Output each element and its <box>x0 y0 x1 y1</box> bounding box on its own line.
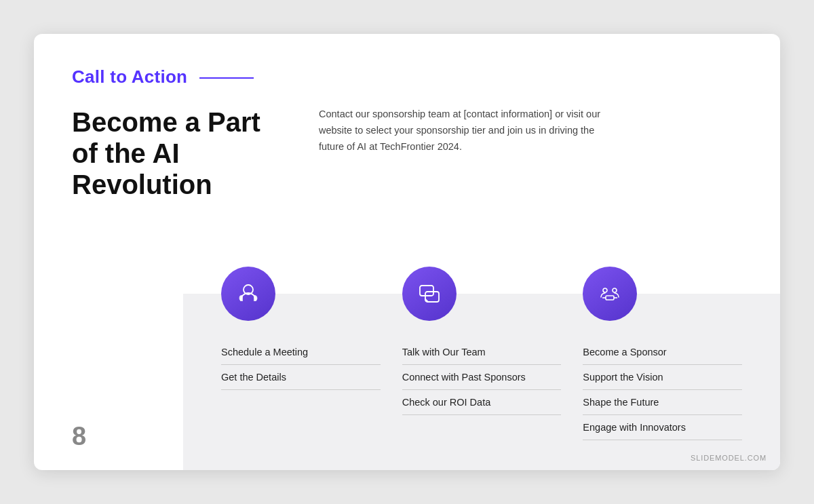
column-2: Talk with Our Team Connect with Past Spo… <box>391 294 573 415</box>
icon-circle-1 <box>221 267 275 321</box>
link-become-sponsor[interactable]: Become a Sponsor <box>583 340 742 365</box>
svg-rect-1 <box>420 286 433 296</box>
icon-circle-2 <box>402 267 457 321</box>
svg-point-4 <box>613 288 617 292</box>
column-3: Become a Sponsor Support the Vision Shap… <box>572 294 753 440</box>
chat-icon <box>416 281 442 307</box>
link-roi-data[interactable]: Check our ROI Data <box>402 390 562 415</box>
link-engage-innovators[interactable]: Engage with Innovators <box>583 415 742 440</box>
headset-icon <box>235 281 261 307</box>
link-past-sponsors[interactable]: Connect with Past Sponsors <box>402 365 562 390</box>
link-get-details[interactable]: Get the Details <box>221 365 381 390</box>
main-heading: Become a Part of the AI Revolution <box>72 106 303 200</box>
header-section: Call to Action <box>72 66 742 88</box>
link-shape-future[interactable]: Shape the Future <box>583 390 742 415</box>
page-number: 8 <box>72 422 86 451</box>
columns-area: Schedule a Meeting Get the Details Talk … <box>183 294 780 470</box>
icon-circle-3 <box>583 267 637 321</box>
meeting-icon <box>597 281 623 307</box>
link-schedule-meeting[interactable]: Schedule a Meeting <box>221 340 381 365</box>
link-support-vision[interactable]: Support the Vision <box>583 365 742 390</box>
svg-rect-5 <box>606 296 614 300</box>
header-line <box>199 77 254 79</box>
column-1: Schedule a Meeting Get the Details <box>210 294 391 390</box>
section-tag: Call to Action <box>72 66 187 88</box>
description: Contact our sponsorship team at [contact… <box>319 106 604 155</box>
svg-point-3 <box>603 288 607 292</box>
slide: Call to Action Become a Part of the AI R… <box>34 34 780 470</box>
link-talk-team[interactable]: Talk with Our Team <box>402 340 562 365</box>
watermark: SLIDEMODEL.COM <box>691 454 767 462</box>
